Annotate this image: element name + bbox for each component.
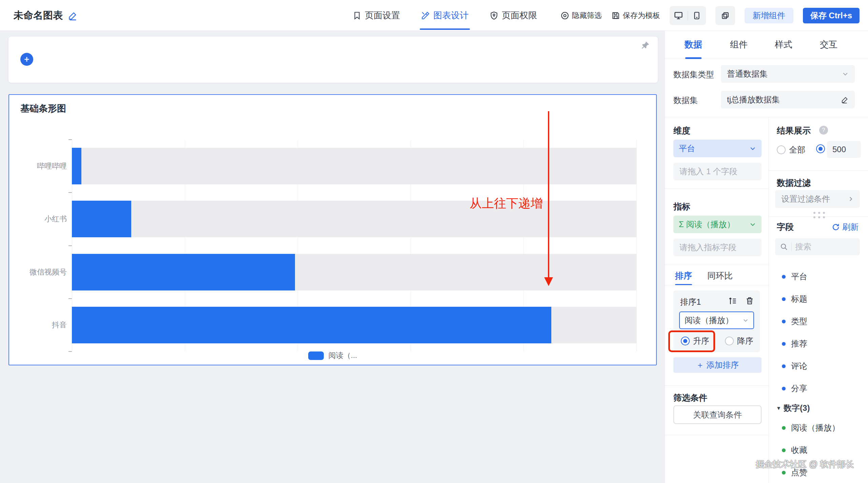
field-list: 平台标题类型推荐评论分享▾数字(3)阅读（播放）收藏点赞 [768, 265, 868, 483]
sort-tab[interactable]: 排序 [675, 270, 692, 281]
delete-sort-icon[interactable] [745, 296, 754, 305]
dimension-title: 维度 [673, 125, 690, 136]
design-icon [421, 11, 430, 20]
field-item[interactable]: 类型 [768, 310, 868, 333]
dimension-dot-icon [782, 275, 786, 279]
compare-tab[interactable]: 同环比 [707, 270, 733, 281]
dimension-drop-zone[interactable]: 请拖入 1 个字段 [673, 163, 762, 180]
save-button[interactable]: 保存 Ctrl+s [803, 8, 860, 23]
annotation-arrowhead [544, 277, 553, 286]
save-template-button[interactable]: 保存为模板 [611, 11, 660, 21]
field-item[interactable]: 阅读（播放） [768, 417, 868, 439]
panel-tab-data[interactable]: 数据 [685, 31, 702, 59]
bar[interactable] [72, 307, 551, 343]
tab-label: 图表设计 [433, 9, 469, 21]
chart-row: 微信视频号 [72, 246, 636, 299]
field-item[interactable]: 评论 [768, 355, 868, 377]
help-icon[interactable]: ? [819, 126, 828, 135]
add-filter-button[interactable] [20, 53, 33, 66]
tab-chart-design[interactable]: 图表设计 [421, 0, 469, 31]
field-item[interactable]: 推荐 [768, 333, 868, 355]
sort-order-icon[interactable] [728, 296, 737, 306]
field-item-label: 标题 [791, 294, 807, 304]
dataset-type-select[interactable]: 普通数据集 [721, 65, 855, 83]
bar[interactable] [72, 201, 131, 237]
add-sort-button[interactable]: ＋ 添加排序 [673, 357, 762, 373]
filter-bar-card[interactable] [8, 37, 658, 83]
set-filter-button[interactable]: 设置过滤条件 [775, 190, 860, 208]
field-item-label: 类型 [791, 316, 807, 327]
descending-radio[interactable]: 降序 [725, 336, 753, 346]
field-item[interactable]: 分享 [768, 377, 868, 400]
bookmark-icon [353, 11, 361, 20]
result-all-radio[interactable]: 全部 [777, 144, 805, 155]
bar-track [72, 201, 636, 237]
watermark: 掘金技术社区 @ 软件部长 [756, 459, 864, 470]
metric-field-pill[interactable]: Σ 阅读（播放） [673, 216, 762, 233]
legend-label: 阅读（... [329, 350, 357, 361]
drag-handle-icon[interactable] [813, 212, 825, 218]
bar[interactable] [72, 148, 81, 184]
sort-rule-title: 排序1 [680, 297, 701, 307]
edit-dataset-icon[interactable] [841, 96, 849, 103]
tab-label: 页面设置 [365, 9, 400, 21]
field-item[interactable]: 标题 [768, 288, 868, 310]
eye-icon [560, 11, 569, 20]
bar-track [72, 307, 636, 343]
dataset-label: 数据集 [673, 95, 698, 106]
chevron-down-icon [749, 221, 756, 228]
panel-tab-style[interactable]: 样式 [775, 31, 792, 59]
radio-icon [725, 337, 734, 345]
measure-dot-icon [782, 471, 786, 475]
desktop-preview-button[interactable] [670, 6, 688, 25]
divider [665, 385, 768, 386]
category-label: 抖音 [7, 320, 67, 330]
chart-legend[interactable]: 阅读（... [9, 350, 656, 361]
copy-component-button[interactable] [715, 6, 735, 25]
shield-icon [490, 11, 498, 20]
set-filter-label: 设置过滤条件 [781, 194, 848, 204]
refresh-fields-button[interactable]: 刷新 [832, 222, 859, 233]
field-item-label: 推荐 [791, 338, 807, 349]
bar[interactable] [72, 254, 295, 290]
field-item-label: 收藏 [791, 445, 807, 456]
dimension-dot-icon [782, 387, 786, 390]
add-component-button[interactable]: 新增组件 [745, 8, 793, 23]
mobile-preview-button[interactable] [688, 6, 706, 25]
hide-filter-button[interactable]: 隐藏筛选 [560, 11, 602, 21]
filter-condition-title: 筛选条件 [673, 392, 707, 403]
dataset-field[interactable]: tj总播放数据集 [721, 91, 855, 108]
chart-row: 小红书 [72, 193, 636, 245]
dimension-dot-icon [782, 364, 786, 368]
pin-icon[interactable] [641, 41, 650, 49]
chart-component[interactable]: 基础条形图 哔哩哔哩小红书微信视频号抖音 阅读（... 从上往下递增 [8, 94, 657, 365]
metric-drop-zone[interactable]: 请拖入指标字段 [673, 239, 762, 256]
page-title: 未命名图表 [14, 9, 63, 22]
edit-title-icon[interactable] [68, 11, 78, 20]
field-search-input[interactable] [795, 242, 846, 251]
result-limit-radio[interactable] [816, 144, 825, 153]
tab-page-permission[interactable]: 页面权限 [490, 0, 537, 31]
field-item[interactable]: 平台 [768, 265, 868, 288]
category-label: 微信视频号 [7, 267, 67, 277]
field-group[interactable]: ▾数字(3) [768, 400, 868, 417]
descending-label: 降序 [737, 336, 753, 346]
panel-tab-interact[interactable]: 交互 [820, 31, 837, 59]
tab-page-settings[interactable]: 页面设置 [353, 0, 400, 31]
radio-checked-icon [816, 144, 825, 153]
divider [665, 435, 768, 435]
sort-field-select[interactable]: 阅读（播放） [679, 311, 754, 329]
app: 未命名图表 页面设置 图表设计 页面权限 [0, 0, 868, 483]
dimension-field-pill[interactable]: 平台 [673, 140, 762, 157]
panel-tab-component[interactable]: 组件 [730, 31, 748, 59]
data-filter-title: 数据过滤 [777, 177, 811, 188]
divider [665, 117, 868, 117]
field-item-label: 评论 [791, 361, 807, 371]
field-item[interactable]: 收藏 [768, 439, 868, 461]
metric-title: 指标 [673, 201, 690, 212]
measure-dot-icon [782, 448, 786, 452]
result-limit-input[interactable] [827, 141, 861, 158]
field-search[interactable] [775, 238, 860, 255]
link-query-button[interactable]: 关联查询条件 [673, 405, 762, 424]
config-panel: 数据 组件 样式 交互 数据集类型 普通数据集 数据集 tj总播放数据集 维度 … [665, 31, 868, 483]
